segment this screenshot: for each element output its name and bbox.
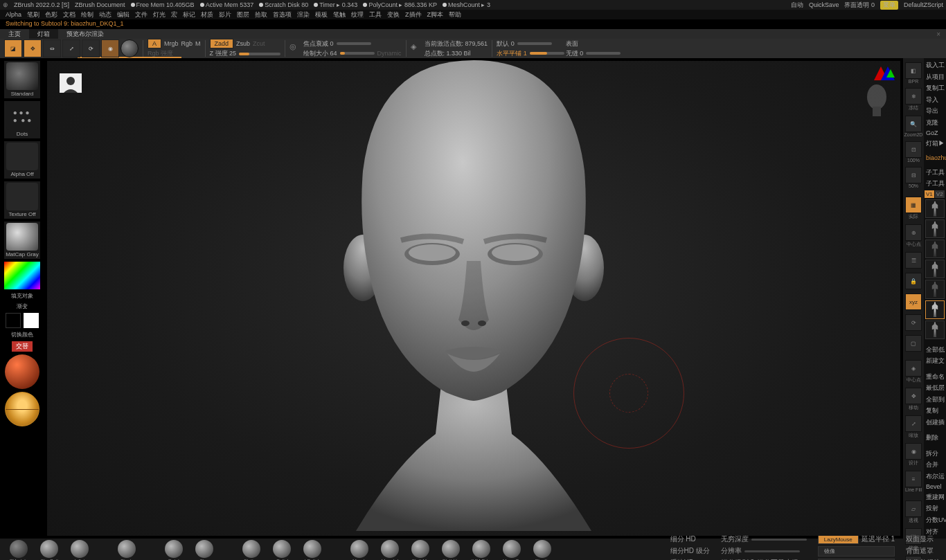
subtool-thumb[interactable] <box>925 219 945 238</box>
menu-item[interactable]: Alpha <box>6 11 21 18</box>
menu-item[interactable]: 拾取 <box>255 10 267 19</box>
inf-depth-slider[interactable] <box>751 539 807 541</box>
gradient-button[interactable]: 渐变 <box>17 302 28 310</box>
tab-preview[interactable]: 预览布尔渲染 <box>58 29 112 39</box>
subtool-thumb[interactable] <box>925 240 945 258</box>
brush-pinch[interactable]: Pinch <box>114 540 140 560</box>
brush-clay[interactable]: Clay <box>191 540 217 560</box>
lock-icon[interactable]: 🔒 <box>905 273 922 289</box>
camera-head-icon[interactable] <box>863 83 891 118</box>
subtool-thumb[interactable] <box>925 260 945 278</box>
rgb-label[interactable]: Rgb <box>181 40 193 47</box>
rp-subtool-label[interactable]: 子工具 <box>924 178 946 190</box>
swap-color-label[interactable]: 切换颜色 <box>11 331 33 338</box>
rp-goz[interactable]: GoZ <box>924 128 946 138</box>
menu-item[interactable]: 首选项 <box>273 10 292 19</box>
move-tool-icon[interactable]: ⇔ <box>43 39 61 57</box>
rp-rename[interactable]: 重命名 <box>924 371 946 383</box>
menu-item[interactable]: 绘制 <box>81 10 93 19</box>
brush-paint[interactable]: Paint <box>161 540 187 560</box>
dashed-rect-icon[interactable]: ▢ <box>905 335 922 352</box>
scale-100-button[interactable]: ⊡ <box>905 141 922 158</box>
alt-button[interactable]: 交替 <box>12 341 33 352</box>
menu-item[interactable]: 色彩 <box>45 10 57 19</box>
lazy-radius-label[interactable]: 延迟半径 1 <box>862 534 895 544</box>
move-view-button[interactable]: ✥ <box>905 388 922 404</box>
brush-flatten[interactable]: Flatten <box>238 540 265 560</box>
rp-all-to[interactable]: 全部到 <box>924 394 946 406</box>
brush-slot[interactable]: Standard <box>4 61 40 98</box>
rp-project[interactable]: 投射 <box>924 503 946 514</box>
rp-uv[interactable]: 分数UV <box>924 514 946 526</box>
mru-slider[interactable] <box>517 42 552 45</box>
divide-hd-label[interactable]: 细分 HD <box>670 534 710 544</box>
brush-moveto[interactable]: Move To <box>499 540 525 560</box>
rp-copy[interactable]: 复制工 <box>924 82 946 94</box>
mirror-button[interactable]: 镜像 <box>818 546 895 557</box>
brush-clothho[interactable]: ClothHo <box>438 540 464 560</box>
menu-item[interactable]: 笔刷 <box>27 10 39 19</box>
center-view-button[interactable]: ◈ <box>905 360 922 377</box>
alpha-slot[interactable]: Alpha Off <box>4 141 40 179</box>
rp-split[interactable]: 拆分 <box>924 448 946 460</box>
tab-home[interactable]: 主页 <box>0 29 29 39</box>
brush-morph[interactable]: Morph <box>346 540 373 560</box>
menu-item[interactable]: 工具 <box>369 10 382 19</box>
menu-item[interactable]: 渲染 <box>297 10 310 19</box>
menu-item[interactable]: 影片 <box>219 10 231 19</box>
menu-item[interactable]: 动态 <box>99 10 111 19</box>
rp-bevel[interactable]: Bevel <box>924 482 946 491</box>
menu-item[interactable]: 帮助 <box>449 10 461 19</box>
lazymouse-button[interactable]: LazyMouse <box>818 535 859 544</box>
menu-item[interactable]: 标记 <box>183 10 195 19</box>
secondary-colors[interactable] <box>6 313 39 328</box>
menu-item[interactable]: 模板 <box>315 10 328 19</box>
rp-delete[interactable]: 删除 <box>924 432 946 444</box>
draw-tool-icon[interactable]: ✥ <box>24 39 42 57</box>
freeze-button[interactable]: ❄ <box>905 88 922 105</box>
rotate-icon[interactable]: ⟳ <box>905 314 922 331</box>
rotate-tool-icon[interactable]: ⟳ <box>82 39 100 57</box>
resolution-slider[interactable] <box>744 550 800 552</box>
subtool-thumb[interactable] <box>925 280 945 298</box>
subtool-thumb[interactable] <box>925 320 945 339</box>
quicksave-button[interactable]: QuickSave <box>809 1 839 8</box>
rp-subtool-header[interactable]: 子工具 <box>924 167 946 179</box>
scale-50-button[interactable]: ⊟ <box>905 167 922 183</box>
rp-merge[interactable]: 合并 <box>924 459 946 471</box>
brush-hpolish[interactable]: hPolish <box>299 540 325 560</box>
menu-badge[interactable]: 菜单 <box>880 1 898 10</box>
zadd-button[interactable]: Zadd <box>210 39 234 48</box>
scale-tool-icon[interactable]: ⤢ <box>62 39 80 57</box>
menu-item[interactable]: 宏 <box>171 10 177 19</box>
back-mask-label[interactable]: 背面遮罩 <box>906 546 940 556</box>
rp-from-project[interactable]: 从项目 <box>924 71 946 83</box>
rp-import[interactable]: 导入 <box>924 94 946 106</box>
subtool-thumb-selected[interactable] <box>925 300 945 319</box>
zoom2d-button[interactable]: 🔍 <box>905 116 922 132</box>
rp-tab-v2[interactable]: V2 <box>935 190 945 198</box>
persp-button[interactable]: ▱ <box>905 500 922 517</box>
brush-spolish[interactable]: sPolish <box>269 540 295 560</box>
rotate-view-button[interactable]: ◉ <box>905 443 922 460</box>
menu-item[interactable]: 文档 <box>63 10 75 19</box>
brush-inflate[interactable]: Inflat <box>66 540 93 560</box>
xyz-button[interactable]: xyz <box>905 293 922 310</box>
tab-close-icon[interactable]: × <box>931 30 946 38</box>
edit-tool-icon[interactable]: ◪ <box>4 39 22 57</box>
axis-gizmo-icon[interactable] <box>870 66 895 83</box>
brush-clothmo[interactable]: ClothMo <box>407 540 434 560</box>
brush-zmodeler[interactable]: ZModele <box>6 540 32 560</box>
tab-lightbox[interactable]: 灯箱 <box>29 29 58 39</box>
center-button[interactable]: ⊕ <box>905 224 922 241</box>
color-picker[interactable] <box>4 262 40 289</box>
auto-label[interactable]: 自动 <box>791 1 803 10</box>
rp-load[interactable]: 载入工 <box>924 60 946 71</box>
rp-remesh[interactable]: 重建网 <box>924 491 946 503</box>
menu-item[interactable]: 笔触 <box>333 10 346 19</box>
scale-view-button[interactable]: ⤢ <box>905 415 922 432</box>
rp-insert[interactable]: 创建插 <box>924 417 946 428</box>
mrgb-label[interactable]: Mrgb <box>164 40 179 47</box>
brush-immprim[interactable]: IMM Prim <box>468 540 494 560</box>
material-slot[interactable]: MatCap Gray <box>4 222 40 259</box>
